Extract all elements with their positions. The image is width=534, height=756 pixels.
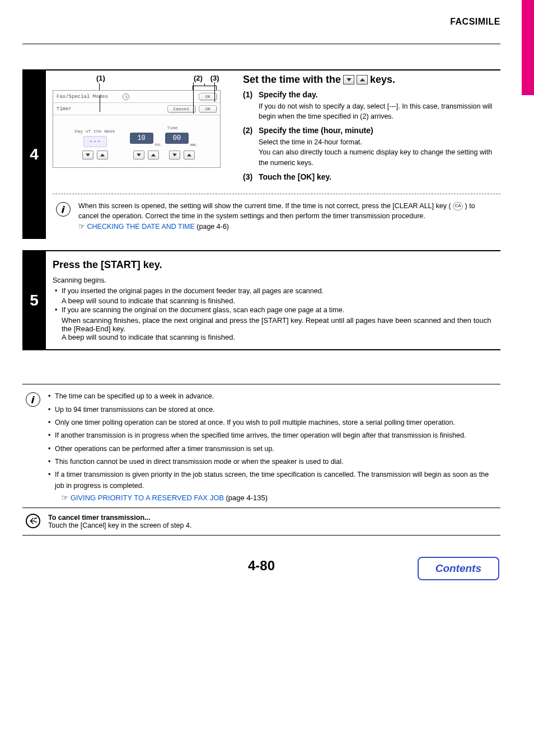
- clear-all-icon: CA: [453, 202, 463, 210]
- step5-intro: Scanning begins.: [53, 275, 500, 286]
- panel-breadcrumb: Fax/Special Modes: [57, 94, 119, 100]
- step-5: 5 Press the [START] key. Scanning begins…: [22, 250, 500, 350]
- callout-1: (1): [96, 74, 105, 82]
- day-down-button[interactable]: [82, 151, 93, 159]
- svg-marker-3: [151, 154, 156, 157]
- clock-icon: [123, 93, 129, 100]
- cancel-block: To cancel timer transmission... Touch th…: [22, 508, 500, 535]
- panel-timer-label: Timer: [57, 106, 164, 112]
- step-4: 4 (1) (2) (3): [22, 69, 500, 239]
- cancel-icon: [26, 514, 40, 528]
- item-num-3: (3): [243, 172, 259, 184]
- item-num-1: (1): [243, 90, 259, 121]
- step5-sub-2a: When scanning finishes, place the next o…: [53, 316, 500, 333]
- step-number-5: 5: [22, 251, 46, 349]
- step5-bullet-2: If you are scanning the original on the …: [55, 305, 500, 316]
- step5-title: Press the [START] key.: [53, 259, 500, 271]
- panel-screenshot: (1) (2) (3) Fax/Special Modes: [53, 71, 232, 188]
- step-number-4: 4: [22, 71, 46, 239]
- item-body-1: If you do not wish to specify a day, sel…: [259, 101, 500, 121]
- step5-sub-2b: A beep will sound to indicate that scann…: [53, 333, 500, 341]
- svg-marker-0: [86, 154, 90, 157]
- svg-marker-2: [137, 154, 141, 157]
- day-value[interactable]: ---: [83, 136, 107, 147]
- notes-block: The time can be specified up to a week i…: [22, 384, 500, 508]
- cancel-head: To cancel timer transmission...: [48, 514, 191, 522]
- note-item: Only one timer polling operation can be …: [48, 417, 497, 428]
- page-header: FACSIMILE: [22, 17, 500, 27]
- panel-ok[interactable]: OK: [199, 105, 217, 112]
- min-value[interactable]: 00: [165, 133, 189, 144]
- note-item: If another transmission is in progress w…: [48, 430, 497, 441]
- hour-down-button[interactable]: [133, 151, 144, 159]
- hour-up-button[interactable]: [148, 151, 159, 159]
- cancel-body: Touch the [Cancel] key in the screen of …: [48, 522, 191, 529]
- callout-2: (2): [194, 74, 203, 82]
- hour-unit: hh.: [155, 142, 163, 147]
- day-label: Day of the Week: [75, 129, 115, 134]
- item-body-2b: You can also directly touch a numeric di…: [259, 147, 500, 167]
- svg-marker-6: [346, 78, 352, 81]
- item-num-2: (2): [243, 126, 259, 167]
- svg-marker-1: [100, 154, 105, 157]
- hour-value[interactable]: 10: [130, 133, 153, 144]
- step5-sub-1: A beep will sound to indicate that scann…: [53, 297, 500, 305]
- min-unit: mm.: [190, 142, 198, 147]
- link-date-time[interactable]: CHECKING THE DATE AND TIME: [87, 223, 194, 231]
- step4-note: When this screen is opened, the setting …: [78, 201, 497, 232]
- note-icon: [26, 392, 40, 407]
- panel-cancel[interactable]: Cancel: [167, 105, 196, 112]
- min-up-button[interactable]: [184, 151, 195, 159]
- contents-button[interactable]: Contents: [418, 557, 499, 580]
- note-item: If a timer transmission is given priorit…: [48, 469, 497, 491]
- down-key-icon: [343, 75, 354, 84]
- time-label: Time: [147, 125, 199, 130]
- item-body-2a: Select the time in 24-hour format.: [259, 137, 500, 147]
- note-item: The time can be specified up to a week i…: [48, 391, 497, 402]
- day-up-button[interactable]: [97, 151, 108, 159]
- svg-marker-4: [172, 154, 177, 157]
- up-key-icon: [357, 75, 368, 84]
- note-item: This function cannot be used in direct t…: [48, 457, 497, 467]
- svg-marker-5: [187, 154, 191, 157]
- step4-title: Set the time with the keys.: [243, 74, 500, 86]
- note-item: Up to 94 timer transmissions can be stor…: [48, 405, 497, 415]
- item-head-2: Specify the time (hour, minute): [259, 126, 500, 135]
- step5-bullet-1: If you inserted the original pages in th…: [55, 286, 500, 297]
- link-priority-fax[interactable]: GIVING PRIORITY TO A RESERVED FAX JOB: [71, 494, 224, 502]
- callout-3: (3): [210, 74, 219, 82]
- note-item: Other operations can be performed after …: [48, 444, 497, 454]
- item-head-1: Specify the day.: [259, 90, 500, 99]
- note-icon: [56, 202, 71, 217]
- item-head-3: Touch the [OK] key.: [259, 172, 500, 181]
- min-down-button[interactable]: [169, 151, 180, 159]
- svg-marker-7: [360, 78, 365, 81]
